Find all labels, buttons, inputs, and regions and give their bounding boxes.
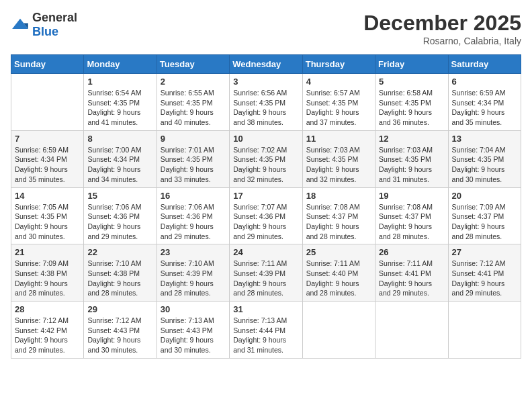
- day-info: Sunrise: 6:59 AMSunset: 4:34 PMDaylight:…: [452, 88, 517, 128]
- calendar-cell: 5Sunrise: 6:58 AMSunset: 4:35 PMDaylight…: [375, 74, 448, 131]
- day-number: 25: [306, 247, 371, 257]
- calendar-cell: [11, 74, 84, 131]
- day-info: Sunrise: 7:01 AMSunset: 4:35 PMDaylight:…: [161, 145, 226, 185]
- logo-general: General: [32, 11, 77, 24]
- day-info: Sunrise: 6:59 AMSunset: 4:34 PMDaylight:…: [15, 145, 80, 185]
- weekday-header: Saturday: [448, 55, 521, 74]
- day-number: 14: [15, 191, 80, 201]
- day-info: Sunrise: 6:56 AMSunset: 4:35 PMDaylight:…: [233, 88, 298, 128]
- calendar-cell: 9Sunrise: 7:01 AMSunset: 4:35 PMDaylight…: [157, 130, 229, 187]
- day-number: 2: [161, 77, 226, 87]
- day-number: 22: [87, 247, 152, 257]
- calendar-cell: [302, 302, 375, 359]
- calendar-cell: 16Sunrise: 7:06 AMSunset: 4:36 PMDayligh…: [157, 187, 229, 244]
- calendar-week-row: 28Sunrise: 7:12 AMSunset: 4:42 PMDayligh…: [11, 302, 521, 359]
- calendar-cell: 6Sunrise: 6:59 AMSunset: 4:34 PMDaylight…: [448, 74, 521, 131]
- day-info: Sunrise: 7:03 AMSunset: 4:35 PMDaylight:…: [379, 145, 444, 185]
- calendar-cell: 4Sunrise: 6:57 AMSunset: 4:35 PMDaylight…: [302, 74, 375, 131]
- day-number: 10: [233, 134, 298, 144]
- weekday-header-row: SundayMondayTuesdayWednesdayThursdayFrid…: [11, 55, 521, 74]
- day-info: Sunrise: 6:54 AMSunset: 4:35 PMDaylight:…: [87, 88, 152, 128]
- day-info: Sunrise: 7:07 AMSunset: 4:36 PMDaylight:…: [233, 202, 298, 242]
- day-number: 19: [379, 191, 444, 201]
- day-number: 12: [379, 134, 444, 144]
- calendar-cell: 21Sunrise: 7:09 AMSunset: 4:38 PMDayligh…: [11, 244, 84, 302]
- calendar-week-row: 7Sunrise: 6:59 AMSunset: 4:34 PMDaylight…: [11, 130, 521, 187]
- day-number: 26: [379, 247, 444, 257]
- calendar-cell: 23Sunrise: 7:10 AMSunset: 4:39 PMDayligh…: [157, 244, 229, 302]
- day-info: Sunrise: 7:12 AMSunset: 4:42 PMDaylight:…: [15, 316, 80, 355]
- calendar-week-row: 21Sunrise: 7:09 AMSunset: 4:38 PMDayligh…: [11, 244, 521, 302]
- calendar-cell: 25Sunrise: 7:11 AMSunset: 4:40 PMDayligh…: [302, 244, 375, 302]
- day-number: 7: [15, 134, 80, 144]
- title-area: December 2025 Rosarno, Calabria, Italy: [363, 11, 521, 46]
- location-title: Rosarno, Calabria, Italy: [363, 36, 521, 46]
- day-number: 6: [452, 77, 517, 87]
- calendar-cell: [375, 302, 448, 359]
- calendar-cell: 8Sunrise: 7:00 AMSunset: 4:34 PMDaylight…: [84, 130, 157, 187]
- calendar-cell: 20Sunrise: 7:09 AMSunset: 4:37 PMDayligh…: [448, 187, 521, 244]
- day-number: 9: [161, 134, 226, 144]
- weekday-header: Monday: [84, 55, 157, 74]
- weekday-header: Wednesday: [230, 55, 302, 74]
- calendar-cell: 28Sunrise: 7:12 AMSunset: 4:42 PMDayligh…: [11, 302, 84, 359]
- day-number: 18: [306, 191, 371, 201]
- day-info: Sunrise: 6:55 AMSunset: 4:35 PMDaylight:…: [161, 88, 226, 128]
- day-number: 20: [452, 191, 517, 201]
- day-number: 3: [233, 77, 298, 87]
- day-info: Sunrise: 7:02 AMSunset: 4:35 PMDaylight:…: [233, 145, 298, 185]
- day-number: 4: [306, 77, 371, 87]
- day-info: Sunrise: 7:03 AMSunset: 4:35 PMDaylight:…: [306, 145, 371, 185]
- day-number: 21: [15, 247, 80, 257]
- calendar-cell: 7Sunrise: 6:59 AMSunset: 4:34 PMDaylight…: [11, 130, 84, 187]
- logo-text: General Blue: [32, 11, 77, 39]
- calendar-header: SundayMondayTuesdayWednesdayThursdayFrid…: [11, 55, 521, 74]
- day-info: Sunrise: 6:57 AMSunset: 4:35 PMDaylight:…: [306, 88, 371, 128]
- weekday-header: Thursday: [302, 55, 375, 74]
- day-number: 31: [233, 304, 298, 314]
- day-info: Sunrise: 7:04 AMSunset: 4:35 PMDaylight:…: [452, 145, 517, 185]
- weekday-header: Friday: [375, 55, 448, 74]
- calendar-cell: 19Sunrise: 7:08 AMSunset: 4:37 PMDayligh…: [375, 187, 448, 244]
- day-info: Sunrise: 7:06 AMSunset: 4:36 PMDaylight:…: [87, 202, 152, 242]
- calendar-cell: 10Sunrise: 7:02 AMSunset: 4:35 PMDayligh…: [230, 130, 302, 187]
- day-info: Sunrise: 7:11 AMSunset: 4:40 PMDaylight:…: [306, 259, 371, 298]
- calendar-cell: 27Sunrise: 7:12 AMSunset: 4:41 PMDayligh…: [448, 244, 521, 302]
- day-info: Sunrise: 7:00 AMSunset: 4:34 PMDaylight:…: [87, 145, 152, 185]
- day-number: 29: [87, 304, 152, 314]
- calendar-week-row: 14Sunrise: 7:05 AMSunset: 4:35 PMDayligh…: [11, 187, 521, 244]
- day-number: 11: [306, 134, 371, 144]
- day-number: 30: [161, 304, 226, 314]
- calendar-cell: 1Sunrise: 6:54 AMSunset: 4:35 PMDaylight…: [84, 74, 157, 131]
- calendar-body: 1Sunrise: 6:54 AMSunset: 4:35 PMDaylight…: [11, 74, 521, 359]
- day-info: Sunrise: 7:06 AMSunset: 4:36 PMDaylight:…: [161, 202, 226, 242]
- day-info: Sunrise: 7:11 AMSunset: 4:41 PMDaylight:…: [379, 259, 444, 298]
- calendar-cell: 13Sunrise: 7:04 AMSunset: 4:35 PMDayligh…: [448, 130, 521, 187]
- calendar-table: SundayMondayTuesdayWednesdayThursdayFrid…: [11, 54, 521, 359]
- logo-blue: Blue: [32, 25, 58, 38]
- calendar-cell: 14Sunrise: 7:05 AMSunset: 4:35 PMDayligh…: [11, 187, 84, 244]
- day-number: 5: [379, 77, 444, 87]
- day-info: Sunrise: 7:09 AMSunset: 4:38 PMDaylight:…: [15, 259, 80, 298]
- calendar-cell: 17Sunrise: 7:07 AMSunset: 4:36 PMDayligh…: [230, 187, 302, 244]
- day-info: Sunrise: 7:05 AMSunset: 4:35 PMDaylight:…: [15, 202, 80, 242]
- day-number: 13: [452, 134, 517, 144]
- day-number: 16: [161, 191, 226, 201]
- page-header: General Blue December 2025 Rosarno, Cala…: [11, 11, 521, 46]
- day-info: Sunrise: 6:58 AMSunset: 4:35 PMDaylight:…: [379, 88, 444, 128]
- day-number: 27: [452, 247, 517, 257]
- calendar-cell: 11Sunrise: 7:03 AMSunset: 4:35 PMDayligh…: [302, 130, 375, 187]
- calendar-cell: [448, 302, 521, 359]
- calendar-week-row: 1Sunrise: 6:54 AMSunset: 4:35 PMDaylight…: [11, 74, 521, 131]
- calendar-cell: 2Sunrise: 6:55 AMSunset: 4:35 PMDaylight…: [157, 74, 229, 131]
- day-number: 17: [233, 191, 298, 201]
- calendar-cell: 18Sunrise: 7:08 AMSunset: 4:37 PMDayligh…: [302, 187, 375, 244]
- day-info: Sunrise: 7:11 AMSunset: 4:39 PMDaylight:…: [233, 259, 298, 298]
- logo: General Blue: [11, 11, 77, 39]
- calendar-cell: 24Sunrise: 7:11 AMSunset: 4:39 PMDayligh…: [230, 244, 302, 302]
- day-info: Sunrise: 7:12 AMSunset: 4:43 PMDaylight:…: [87, 316, 152, 355]
- weekday-header: Tuesday: [157, 55, 229, 74]
- calendar-cell: 15Sunrise: 7:06 AMSunset: 4:36 PMDayligh…: [84, 187, 157, 244]
- day-info: Sunrise: 7:13 AMSunset: 4:43 PMDaylight:…: [161, 316, 226, 355]
- day-info: Sunrise: 7:08 AMSunset: 4:37 PMDaylight:…: [306, 202, 371, 242]
